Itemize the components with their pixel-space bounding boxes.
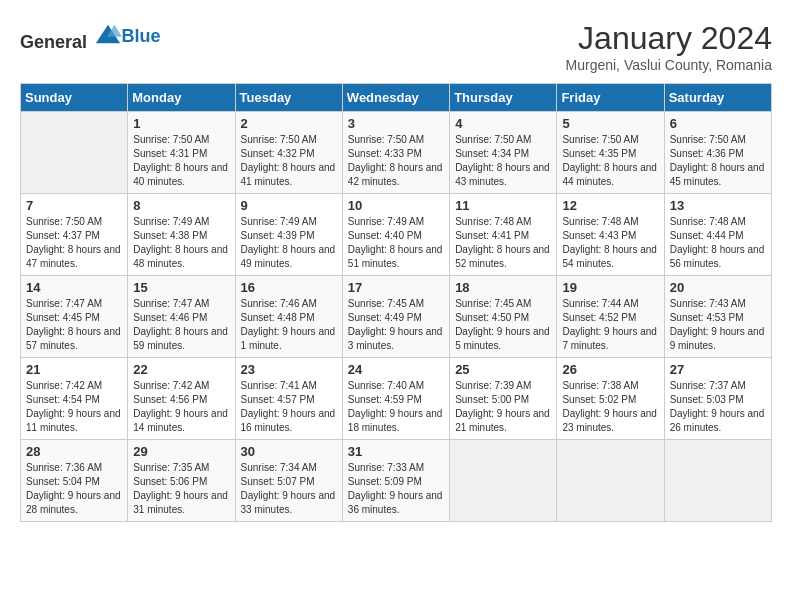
day-details: Sunrise: 7:40 AMSunset: 4:59 PMDaylight:… bbox=[348, 379, 444, 435]
day-details: Sunrise: 7:41 AMSunset: 4:57 PMDaylight:… bbox=[241, 379, 337, 435]
calendar-cell: 20 Sunrise: 7:43 AMSunset: 4:53 PMDaylig… bbox=[664, 276, 771, 358]
calendar-cell: 15 Sunrise: 7:47 AMSunset: 4:46 PMDaylig… bbox=[128, 276, 235, 358]
calendar-cell: 22 Sunrise: 7:42 AMSunset: 4:56 PMDaylig… bbox=[128, 358, 235, 440]
logo-icon bbox=[94, 20, 122, 48]
calendar-cell: 5 Sunrise: 7:50 AMSunset: 4:35 PMDayligh… bbox=[557, 112, 664, 194]
calendar-week-row: 21 Sunrise: 7:42 AMSunset: 4:54 PMDaylig… bbox=[21, 358, 772, 440]
day-details: Sunrise: 7:48 AMSunset: 4:44 PMDaylight:… bbox=[670, 215, 766, 271]
weekday-header: Monday bbox=[128, 84, 235, 112]
calendar-cell: 3 Sunrise: 7:50 AMSunset: 4:33 PMDayligh… bbox=[342, 112, 449, 194]
day-number: 19 bbox=[562, 280, 658, 295]
day-number: 16 bbox=[241, 280, 337, 295]
calendar-cell: 14 Sunrise: 7:47 AMSunset: 4:45 PMDaylig… bbox=[21, 276, 128, 358]
calendar-week-row: 14 Sunrise: 7:47 AMSunset: 4:45 PMDaylig… bbox=[21, 276, 772, 358]
day-details: Sunrise: 7:42 AMSunset: 4:54 PMDaylight:… bbox=[26, 379, 122, 435]
day-details: Sunrise: 7:50 AMSunset: 4:32 PMDaylight:… bbox=[241, 133, 337, 189]
day-number: 11 bbox=[455, 198, 551, 213]
day-number: 21 bbox=[26, 362, 122, 377]
calendar-cell: 13 Sunrise: 7:48 AMSunset: 4:44 PMDaylig… bbox=[664, 194, 771, 276]
day-number: 12 bbox=[562, 198, 658, 213]
calendar-title: January 2024 bbox=[566, 20, 772, 57]
calendar-cell bbox=[21, 112, 128, 194]
day-number: 26 bbox=[562, 362, 658, 377]
day-details: Sunrise: 7:34 AMSunset: 5:07 PMDaylight:… bbox=[241, 461, 337, 517]
weekday-header: Tuesday bbox=[235, 84, 342, 112]
day-number: 10 bbox=[348, 198, 444, 213]
calendar-cell: 2 Sunrise: 7:50 AMSunset: 4:32 PMDayligh… bbox=[235, 112, 342, 194]
day-number: 31 bbox=[348, 444, 444, 459]
day-details: Sunrise: 7:50 AMSunset: 4:37 PMDaylight:… bbox=[26, 215, 122, 271]
calendar-cell: 11 Sunrise: 7:48 AMSunset: 4:41 PMDaylig… bbox=[450, 194, 557, 276]
calendar-cell: 28 Sunrise: 7:36 AMSunset: 5:04 PMDaylig… bbox=[21, 440, 128, 522]
weekday-header-row: SundayMondayTuesdayWednesdayThursdayFrid… bbox=[21, 84, 772, 112]
day-details: Sunrise: 7:45 AMSunset: 4:50 PMDaylight:… bbox=[455, 297, 551, 353]
calendar-cell: 27 Sunrise: 7:37 AMSunset: 5:03 PMDaylig… bbox=[664, 358, 771, 440]
day-number: 5 bbox=[562, 116, 658, 131]
calendar-cell bbox=[664, 440, 771, 522]
day-number: 20 bbox=[670, 280, 766, 295]
day-details: Sunrise: 7:48 AMSunset: 4:41 PMDaylight:… bbox=[455, 215, 551, 271]
calendar-cell: 17 Sunrise: 7:45 AMSunset: 4:49 PMDaylig… bbox=[342, 276, 449, 358]
calendar-cell bbox=[557, 440, 664, 522]
day-details: Sunrise: 7:44 AMSunset: 4:52 PMDaylight:… bbox=[562, 297, 658, 353]
calendar-cell: 18 Sunrise: 7:45 AMSunset: 4:50 PMDaylig… bbox=[450, 276, 557, 358]
calendar-cell: 30 Sunrise: 7:34 AMSunset: 5:07 PMDaylig… bbox=[235, 440, 342, 522]
day-number: 17 bbox=[348, 280, 444, 295]
day-details: Sunrise: 7:49 AMSunset: 4:39 PMDaylight:… bbox=[241, 215, 337, 271]
calendar-cell: 16 Sunrise: 7:46 AMSunset: 4:48 PMDaylig… bbox=[235, 276, 342, 358]
calendar-cell: 10 Sunrise: 7:49 AMSunset: 4:40 PMDaylig… bbox=[342, 194, 449, 276]
weekday-header: Friday bbox=[557, 84, 664, 112]
calendar-cell: 21 Sunrise: 7:42 AMSunset: 4:54 PMDaylig… bbox=[21, 358, 128, 440]
day-details: Sunrise: 7:48 AMSunset: 4:43 PMDaylight:… bbox=[562, 215, 658, 271]
day-details: Sunrise: 7:45 AMSunset: 4:49 PMDaylight:… bbox=[348, 297, 444, 353]
day-details: Sunrise: 7:50 AMSunset: 4:35 PMDaylight:… bbox=[562, 133, 658, 189]
calendar-cell: 29 Sunrise: 7:35 AMSunset: 5:06 PMDaylig… bbox=[128, 440, 235, 522]
calendar-week-row: 28 Sunrise: 7:36 AMSunset: 5:04 PMDaylig… bbox=[21, 440, 772, 522]
calendar-cell bbox=[450, 440, 557, 522]
day-number: 14 bbox=[26, 280, 122, 295]
day-number: 24 bbox=[348, 362, 444, 377]
day-number: 7 bbox=[26, 198, 122, 213]
day-details: Sunrise: 7:47 AMSunset: 4:45 PMDaylight:… bbox=[26, 297, 122, 353]
title-section: January 2024 Murgeni, Vaslui County, Rom… bbox=[566, 20, 772, 73]
day-number: 13 bbox=[670, 198, 766, 213]
day-details: Sunrise: 7:39 AMSunset: 5:00 PMDaylight:… bbox=[455, 379, 551, 435]
day-number: 30 bbox=[241, 444, 337, 459]
calendar-week-row: 1 Sunrise: 7:50 AMSunset: 4:31 PMDayligh… bbox=[21, 112, 772, 194]
day-details: Sunrise: 7:46 AMSunset: 4:48 PMDaylight:… bbox=[241, 297, 337, 353]
day-number: 25 bbox=[455, 362, 551, 377]
page-header: General Blue January 2024 Murgeni, Vaslu… bbox=[20, 20, 772, 73]
day-number: 9 bbox=[241, 198, 337, 213]
day-details: Sunrise: 7:37 AMSunset: 5:03 PMDaylight:… bbox=[670, 379, 766, 435]
logo: General Blue bbox=[20, 20, 161, 53]
day-number: 22 bbox=[133, 362, 229, 377]
calendar-cell: 25 Sunrise: 7:39 AMSunset: 5:00 PMDaylig… bbox=[450, 358, 557, 440]
day-number: 29 bbox=[133, 444, 229, 459]
day-number: 4 bbox=[455, 116, 551, 131]
calendar-cell: 31 Sunrise: 7:33 AMSunset: 5:09 PMDaylig… bbox=[342, 440, 449, 522]
day-details: Sunrise: 7:38 AMSunset: 5:02 PMDaylight:… bbox=[562, 379, 658, 435]
day-number: 23 bbox=[241, 362, 337, 377]
day-number: 15 bbox=[133, 280, 229, 295]
weekday-header: Thursday bbox=[450, 84, 557, 112]
day-details: Sunrise: 7:49 AMSunset: 4:40 PMDaylight:… bbox=[348, 215, 444, 271]
calendar-week-row: 7 Sunrise: 7:50 AMSunset: 4:37 PMDayligh… bbox=[21, 194, 772, 276]
day-details: Sunrise: 7:47 AMSunset: 4:46 PMDaylight:… bbox=[133, 297, 229, 353]
calendar-cell: 12 Sunrise: 7:48 AMSunset: 4:43 PMDaylig… bbox=[557, 194, 664, 276]
calendar-cell: 9 Sunrise: 7:49 AMSunset: 4:39 PMDayligh… bbox=[235, 194, 342, 276]
day-details: Sunrise: 7:50 AMSunset: 4:31 PMDaylight:… bbox=[133, 133, 229, 189]
day-details: Sunrise: 7:42 AMSunset: 4:56 PMDaylight:… bbox=[133, 379, 229, 435]
calendar-cell: 6 Sunrise: 7:50 AMSunset: 4:36 PMDayligh… bbox=[664, 112, 771, 194]
day-number: 3 bbox=[348, 116, 444, 131]
day-details: Sunrise: 7:36 AMSunset: 5:04 PMDaylight:… bbox=[26, 461, 122, 517]
day-number: 18 bbox=[455, 280, 551, 295]
day-details: Sunrise: 7:50 AMSunset: 4:34 PMDaylight:… bbox=[455, 133, 551, 189]
day-details: Sunrise: 7:43 AMSunset: 4:53 PMDaylight:… bbox=[670, 297, 766, 353]
calendar-cell: 26 Sunrise: 7:38 AMSunset: 5:02 PMDaylig… bbox=[557, 358, 664, 440]
day-number: 1 bbox=[133, 116, 229, 131]
day-number: 28 bbox=[26, 444, 122, 459]
day-number: 27 bbox=[670, 362, 766, 377]
calendar-cell: 19 Sunrise: 7:44 AMSunset: 4:52 PMDaylig… bbox=[557, 276, 664, 358]
logo-general: General bbox=[20, 32, 87, 52]
day-details: Sunrise: 7:50 AMSunset: 4:36 PMDaylight:… bbox=[670, 133, 766, 189]
